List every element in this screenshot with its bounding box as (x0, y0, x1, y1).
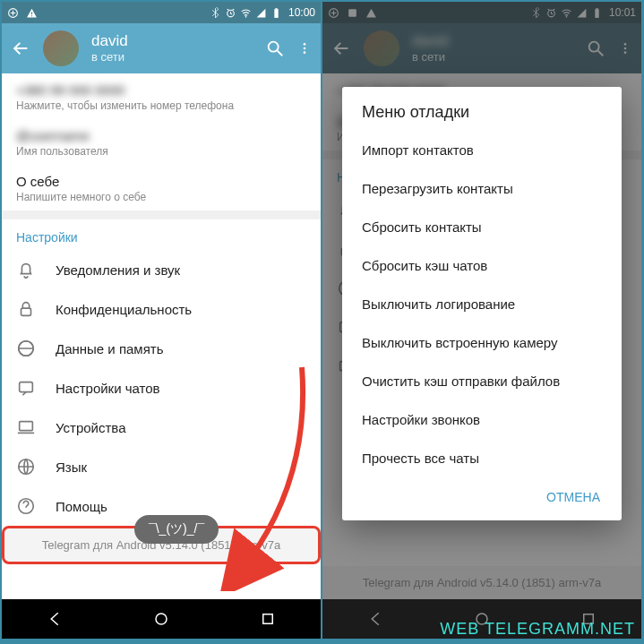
divider (2, 210, 321, 219)
google-icon (7, 7, 19, 19)
globe-icon (16, 457, 36, 477)
watermark: WEB TELEGRAMM.NET (440, 620, 635, 639)
dialog-read-all-chats[interactable]: Прочесть все чаты (342, 439, 622, 477)
phone-block[interactable]: +380 99 000 0000 Нажмите, чтобы изменить… (2, 73, 321, 119)
settings-devices[interactable]: Устройства (2, 408, 321, 447)
dialog-reload-contacts[interactable]: Перезагрузить контакты (342, 169, 622, 208)
svg-point-9 (304, 47, 306, 50)
profile-name: david (91, 32, 128, 50)
svg-rect-18 (262, 614, 272, 624)
dialog-reset-contacts[interactable]: Сбросить контакты (342, 208, 622, 246)
svg-rect-14 (20, 422, 33, 431)
svg-rect-2 (31, 15, 32, 16)
setting-label: Настройки чатов (56, 381, 160, 396)
settings-data[interactable]: Данные и память (2, 329, 321, 368)
settings-privacy[interactable]: Конфиденциальность (2, 289, 321, 329)
toast: ¯\_(ツ)_/¯ (134, 515, 219, 544)
chat-icon (16, 378, 36, 398)
search-icon[interactable] (265, 39, 285, 58)
setting-label: Устройства (56, 420, 125, 435)
help-icon (16, 496, 36, 516)
nav-back-icon[interactable] (47, 611, 63, 627)
toolbar: david в сети (2, 23, 321, 73)
more-icon[interactable] (297, 39, 312, 58)
dialog-disable-logging[interactable]: Выключить логирование (342, 285, 622, 323)
nav-home-icon[interactable] (153, 611, 169, 627)
nav-recent-icon[interactable] (260, 611, 276, 627)
battery-icon (270, 7, 282, 19)
profile-status: в сети (91, 50, 128, 64)
svg-rect-1 (31, 12, 32, 14)
dialog-import-contacts[interactable]: Импорт контактов (342, 131, 622, 169)
username-block[interactable]: @username Имя пользователя (2, 119, 321, 165)
svg-rect-6 (275, 8, 277, 9)
bell-icon (16, 260, 36, 279)
username-label: Имя пользователя (16, 145, 306, 158)
status-time: 10:00 (288, 6, 315, 19)
data-icon (16, 339, 36, 358)
setting-label: Уведомления и звук (56, 262, 180, 278)
setting-label: Язык (56, 459, 87, 475)
svg-point-8 (304, 43, 306, 46)
dialog-title: Меню отладки (342, 103, 622, 131)
wifi-icon (240, 7, 252, 19)
back-icon[interactable] (11, 39, 30, 58)
settings-language[interactable]: Язык (2, 447, 321, 486)
dialog-clear-upload-cache[interactable]: Очистить кэш отправки файлов (342, 362, 622, 400)
alarm-icon (225, 7, 236, 19)
svg-rect-13 (20, 382, 33, 392)
svg-point-10 (304, 51, 306, 54)
debug-dialog: Меню отладки Импорт контактов Перезагруз… (342, 87, 622, 520)
about-sub: Напишите немного о себе (16, 191, 306, 203)
settings-notifications[interactable]: Уведомления и звук (2, 250, 321, 289)
dialog-reset-chat-cache[interactable]: Сбросить кэш чатов (342, 246, 622, 285)
svg-point-4 (245, 16, 247, 18)
setting-label: Данные и память (56, 341, 164, 356)
warning-icon (26, 7, 38, 19)
screen-left: 10:00 david в сети +380 99 000 0000 Нажм… (2, 2, 321, 639)
about-block[interactable]: О себе Напишите немного о себе (2, 165, 321, 210)
dialog-call-settings[interactable]: Настройки звонков (342, 400, 622, 439)
signal-icon (255, 7, 267, 19)
dialog-cancel-button[interactable]: ОТМЕНА (537, 483, 609, 511)
bluetooth-icon (210, 7, 221, 19)
setting-label: Помощь (56, 499, 107, 514)
settings-header: Настройки (2, 219, 321, 250)
lock-icon (16, 299, 36, 319)
svg-rect-11 (21, 308, 31, 315)
status-bar: 10:00 (2, 2, 321, 23)
about-title: О себе (16, 174, 306, 189)
navbar (2, 599, 321, 639)
svg-rect-5 (274, 9, 278, 18)
svg-point-7 (269, 42, 279, 52)
avatar[interactable] (43, 30, 79, 66)
setting-label: Конфиденциальность (56, 302, 192, 317)
screen-right: 10:01 david в сети +380 99 000 0000 @use… (322, 2, 641, 639)
dialog-disable-camera[interactable]: Выключить встроенную камеру (342, 323, 622, 362)
phone-hint: Нажмите, чтобы изменить номер телефона (16, 99, 306, 112)
settings-chat[interactable]: Настройки чатов (2, 368, 321, 408)
laptop-icon (16, 417, 36, 437)
svg-point-17 (156, 614, 167, 624)
